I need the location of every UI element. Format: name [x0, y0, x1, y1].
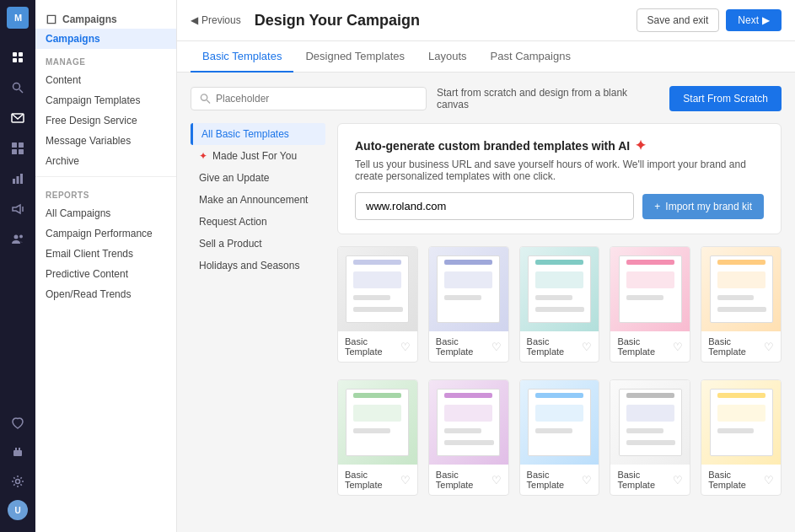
import-brand-button[interactable]: + Import my brand kit — [642, 194, 764, 219]
people-icon[interactable] — [4, 226, 31, 253]
heart-bottom-icon[interactable] — [4, 411, 31, 438]
next-button[interactable]: Next ▶ — [726, 9, 782, 31]
settings-icon[interactable] — [4, 468, 31, 495]
template-favorite-icon[interactable]: ♡ — [764, 474, 774, 486]
filter-all-basic[interactable]: All Basic Templates — [191, 123, 325, 145]
top-bar-left: ◀ Previous Design Your Campaign — [191, 12, 420, 30]
sidebar-item-email-client-trends[interactable]: Email Client Trends — [35, 244, 176, 264]
filter-sell-product[interactable]: Sell a Product — [191, 233, 325, 255]
template-card[interactable]: Basic Template ♡ — [610, 379, 690, 496]
brand-url-input[interactable] — [355, 192, 634, 220]
filter-announcement-label: Make an Announcement — [199, 194, 308, 206]
sidebar-divider-1 — [35, 176, 176, 177]
template-favorite-icon[interactable]: ♡ — [582, 341, 592, 353]
plugin-icon[interactable] — [4, 439, 31, 466]
template-card[interactable]: Basic Template ♡ — [337, 379, 418, 496]
template-name: Basic Template — [345, 470, 400, 490]
sidebar-item-free-design[interactable]: Free Design Service — [35, 110, 176, 131]
sidebar-item-content[interactable]: Content — [35, 70, 176, 90]
filter-holidays[interactable]: Holidays and Seasons — [191, 255, 325, 277]
template-card[interactable]: Basic Template ♡ — [701, 379, 782, 496]
sidebar-item-message-variables[interactable]: Message Variables — [35, 131, 176, 151]
svg-rect-14 — [17, 176, 19, 184]
search-icon[interactable] — [4, 74, 31, 101]
template-favorite-icon[interactable]: ♡ — [492, 341, 502, 353]
search-scratch-row: Start from scratch and design from a bla… — [191, 86, 782, 111]
svg-rect-5 — [19, 58, 23, 62]
template-footer: Basic Template ♡ — [520, 465, 599, 495]
template-favorite-icon[interactable]: ♡ — [673, 474, 683, 486]
sidebar: Campaigns Campaigns MANAGE Content Campa… — [35, 0, 177, 532]
template-footer: Basic Template ♡ — [701, 331, 781, 362]
sidebar-item-archive[interactable]: Archive — [35, 151, 176, 171]
template-card[interactable]: Basic Template ♡ — [428, 246, 509, 363]
tab-designed-templates[interactable]: Designed Templates — [293, 41, 416, 73]
templates-grid: Basic Template ♡ — [337, 246, 782, 496]
template-name: Basic Template — [436, 336, 492, 357]
svg-rect-20 — [15, 448, 17, 451]
back-button[interactable]: ◀ Previous — [191, 14, 241, 26]
avatar-icon[interactable]: U — [4, 497, 31, 524]
filter-give-update[interactable]: Give an Update — [191, 167, 325, 189]
filter-give-label: Give an Update — [199, 172, 269, 184]
campaigns-label: Campaigns — [46, 33, 100, 45]
template-thumbnail — [520, 247, 599, 331]
save-exit-button[interactable]: Save and exit — [637, 8, 720, 32]
template-card[interactable]: Basic Template ♡ — [701, 246, 782, 363]
mail-icon[interactable] — [4, 105, 31, 132]
app-logo: M — [7, 7, 29, 29]
top-bar: ◀ Previous Design Your Campaign Save and… — [177, 0, 795, 41]
template-favorite-icon[interactable]: ♡ — [764, 341, 774, 353]
filter-announcement[interactable]: Make an Announcement — [191, 189, 325, 211]
search-input[interactable] — [216, 93, 417, 105]
template-card[interactable]: Basic Template ♡ — [519, 379, 600, 496]
content-area: Start from scratch and design from a bla… — [177, 73, 795, 532]
grid-icon[interactable] — [4, 135, 31, 162]
template-favorite-icon[interactable]: ♡ — [673, 341, 683, 353]
template-card[interactable]: Basic Template ♡ — [610, 246, 690, 363]
template-footer: Basic Template ♡ — [701, 465, 781, 495]
filter-made-for-you[interactable]: ✦ Made Just For You — [191, 145, 325, 167]
start-scratch-button[interactable]: Start From Scratch — [669, 86, 782, 111]
svg-point-6 — [13, 83, 20, 90]
template-footer: Basic Template ♡ — [610, 465, 690, 495]
right-panel: Auto-generate custom branded templates w… — [337, 123, 782, 513]
template-footer: Basic Template ♡ — [610, 331, 690, 362]
filter-request-label: Request Action — [199, 216, 267, 228]
chart-icon[interactable] — [4, 165, 31, 192]
tab-past-campaigns[interactable]: Past Campaigns — [479, 41, 583, 73]
filter-request-action[interactable]: Request Action — [191, 211, 325, 233]
template-card[interactable]: Basic Template ♡ — [337, 246, 418, 363]
svg-point-23 — [201, 94, 207, 100]
search-box[interactable] — [191, 87, 427, 110]
sidebar-item-openread-trends[interactable]: Open/Read Trends — [35, 284, 176, 304]
svg-point-17 — [14, 235, 19, 239]
sidebar-item-campaign-templates[interactable]: Campaign Templates — [35, 90, 176, 110]
template-footer: Basic Template ♡ — [338, 465, 417, 495]
sidebar-item-predictive-content[interactable]: Predictive Content — [35, 264, 176, 284]
sidebar-item-campaigns[interactable]: Campaigns — [35, 29, 176, 49]
sidebar-item-campaign-performance[interactable]: Campaign Performance — [35, 223, 176, 244]
filter-panel: All Basic Templates ✦ Made Just For You … — [191, 123, 325, 513]
tab-layouts[interactable]: Layouts — [416, 41, 479, 73]
template-thumbnail — [338, 247, 417, 331]
template-favorite-icon[interactable]: ♡ — [400, 474, 411, 486]
sidebar-item-all-campaigns[interactable]: All Campaigns — [35, 203, 176, 223]
template-favorite-icon[interactable]: ♡ — [582, 474, 592, 486]
template-name: Basic Template — [708, 470, 764, 490]
megaphone-icon[interactable] — [4, 196, 31, 223]
plus-icon: + — [654, 201, 660, 212]
template-card[interactable]: Basic Template ♡ — [428, 379, 509, 496]
template-name: Basic Template — [527, 470, 583, 490]
sidebar-title: Campaigns — [62, 13, 117, 25]
template-favorite-icon[interactable]: ♡ — [400, 341, 411, 353]
tab-basic-templates[interactable]: Basic Templates — [191, 41, 293, 73]
template-thumbnail — [338, 380, 417, 465]
sidebar-campaigns-header[interactable]: Campaigns — [35, 7, 176, 29]
filter-holidays-label: Holidays and Seasons — [199, 260, 299, 271]
template-card[interactable]: Basic Template ♡ — [519, 246, 600, 363]
template-name: Basic Template — [436, 470, 492, 490]
home-icon[interactable] — [4, 44, 31, 71]
template-thumbnail — [429, 380, 508, 465]
template-favorite-icon[interactable]: ♡ — [492, 474, 502, 486]
